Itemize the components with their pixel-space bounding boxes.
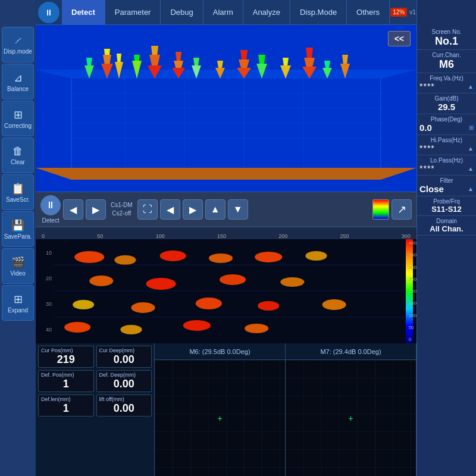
prev-icon: ◀ <box>70 204 77 215</box>
svg-point-66 <box>120 325 142 334</box>
play-next-icon: ▶ <box>189 204 196 215</box>
prev-button[interactable]: ◀ <box>63 199 83 220</box>
3d-landscape-svg <box>36 25 416 192</box>
phase-adj: 0.0 ⊞ <box>419 123 474 133</box>
rp-phase: Phase(Deg) 0.0 ⊞ <box>417 114 476 135</box>
domain-value: All Chan. <box>430 224 463 233</box>
rp-curr-chan: Curr.Chan. M6 <box>417 50 476 73</box>
freq-value: **** <box>419 82 435 91</box>
svg-point-50 <box>74 251 104 263</box>
cur-deep-label: Cur Deep(mm) <box>99 347 149 353</box>
tab-alarm[interactable]: Alarm <box>203 0 243 25</box>
sidebar-balance-label: Balance <box>7 86 29 92</box>
down-button[interactable]: ▼ <box>228 199 248 220</box>
cur-pos-value: 219 <box>41 353 91 366</box>
svg-point-58 <box>220 274 246 285</box>
sidebar-video-label: Video <box>10 270 25 277</box>
up-icon: ▲ <box>211 204 220 215</box>
lopass-adj: **** ▲ <box>419 164 474 173</box>
data-row-def-len: Def.len(mm) 1 lift off(mm) 0.00 <box>38 394 152 416</box>
main-area: << ⏸ Detect ◀ ▶ Cs1-DM Cs2-off ⛶ ◀ ▶ ▲ <box>36 25 416 476</box>
rp-filter: Filter Close ▲ <box>417 176 476 196</box>
sidebar-item-dispmode[interactable]: ⟋ Disp.mode <box>2 27 34 62</box>
svg-point-52 <box>160 250 186 261</box>
lopass-up-arrow[interactable]: ▲ <box>468 165 474 172</box>
tab-debug[interactable]: Debug <box>161 0 203 25</box>
gain-label: Gain(dB) <box>434 95 458 102</box>
sidebar-item-correcting[interactable]: ⊞ Correcting <box>2 101 34 136</box>
cur-pos-label: Cur Pos(mm) <box>41 347 91 353</box>
detect-label: Detect <box>42 217 60 224</box>
freq-up-arrow[interactable]: ▲ <box>468 83 474 90</box>
tab-parameter[interactable]: Parameter <box>105 0 161 25</box>
data-row-pos: Cur Pos(mm) 219 Cur Deep(mm) 0.00 <box>38 346 152 368</box>
rp-lopass: Lo.Pass(Hz) **** ▲ <box>417 155 476 176</box>
expand-button[interactable]: ↗ <box>392 199 412 220</box>
next-button[interactable]: ▶ <box>86 199 106 220</box>
savepara-icon: 💾 <box>11 219 24 232</box>
pause-ctrl-icon: ⏸ <box>46 200 55 211</box>
cs2-label: Cs2-off <box>112 209 131 218</box>
pause-button[interactable]: ⏸ <box>38 2 60 23</box>
sidebar-item-savescr[interactable]: 📋 SaveScr. <box>2 174 34 210</box>
sidebar-savescr-label: SaveScr. <box>6 196 30 203</box>
tab-dispmode[interactable]: Disp.Mode <box>290 0 347 25</box>
sidebar-item-clear[interactable]: 🗑 Clear <box>2 137 34 173</box>
pause-control-button[interactable]: ⏸ <box>40 195 61 215</box>
svg-marker-2 <box>36 70 416 79</box>
move-button[interactable]: ⛶ <box>137 199 158 220</box>
color-gradient <box>372 199 389 220</box>
svg-point-62 <box>196 298 222 309</box>
m6-crosshair: + <box>217 414 222 423</box>
filter-label: Filter <box>440 177 453 184</box>
play-next-button[interactable]: ▶ <box>183 199 203 220</box>
cur-deep-cell: Cur Deep(mm) 0.00 <box>96 346 152 368</box>
svg-point-60 <box>73 300 94 309</box>
play-prev-icon: ◀ <box>167 204 174 215</box>
svg-point-68 <box>245 324 268 333</box>
sidebar-item-balance[interactable]: ⊿ Balance <box>2 64 34 99</box>
back-button[interactable]: << <box>388 31 411 46</box>
rp-gain: Gain(dB) 29.5 <box>417 93 476 114</box>
colorbar: 400 350 300 250 200 150 100 50 0 <box>406 239 416 343</box>
lopass-value: **** <box>419 164 435 173</box>
def-pos-label: Def. Pos(mm) <box>41 372 91 378</box>
heatmap-canvas <box>54 239 406 343</box>
heatmap-svg <box>54 239 406 343</box>
def-deep-label: Def. Deep(mm) <box>99 372 149 378</box>
tab-analyze[interactable]: Analyze <box>243 0 290 25</box>
probe-value: S11-S12 <box>431 205 462 214</box>
next-icon: ▶ <box>92 204 99 215</box>
def-len-cell: Def.len(mm) 1 <box>38 394 94 416</box>
hipass-up-arrow[interactable]: ▲ <box>468 145 474 152</box>
svg-point-57 <box>146 278 176 290</box>
tab-detect[interactable]: Detect <box>62 0 105 25</box>
rp-screen-no: Screen No. No.1 <box>417 27 476 50</box>
phase-adj-icon[interactable]: ⊞ <box>469 124 474 131</box>
clear-icon: 🗑 <box>12 145 23 158</box>
sidebar-dispmode-label: Disp.mode <box>4 48 32 55</box>
play-prev-button[interactable]: ◀ <box>160 199 180 220</box>
lopass-label: Lo.Pass(Hz) <box>430 157 463 164</box>
probe-label: Probe/Frq <box>433 198 459 205</box>
cur-deep-value: 0.00 <box>99 353 149 366</box>
hipass-value: **** <box>419 143 435 153</box>
svg-point-53 <box>209 253 233 263</box>
rp-hipass: Hi.Pass(Hz) **** ▲ <box>417 135 476 155</box>
freq-adj: **** ▲ <box>419 82 474 91</box>
sidebar-item-savepara[interactable]: 💾 SavePara. <box>2 211 34 247</box>
svg-point-61 <box>131 302 155 313</box>
tab-others[interactable]: Others <box>347 0 390 25</box>
filter-up-arrow[interactable]: ▲ <box>468 186 474 192</box>
def-deep-cell: Def. Deep(mm) 0.00 <box>96 370 152 392</box>
sidebar-correcting-label: Correcting <box>4 123 32 129</box>
m6-channel-label: M6: (29.5dB 0.0Deg) <box>155 343 286 359</box>
heatmap-yaxis: 10 20 30 40 <box>36 239 54 343</box>
savescr-icon: 📋 <box>11 182 24 195</box>
curr-chan-value: M6 <box>439 58 454 71</box>
sidebar-item-video[interactable]: 🎬 Video <box>2 248 34 284</box>
sidebar-item-expand[interactable]: ⊞ Expand <box>2 285 34 321</box>
svg-marker-1 <box>36 168 416 180</box>
up-button[interactable]: ▲ <box>205 199 226 220</box>
heatmap-area: 10 20 30 40 <box>36 239 416 343</box>
